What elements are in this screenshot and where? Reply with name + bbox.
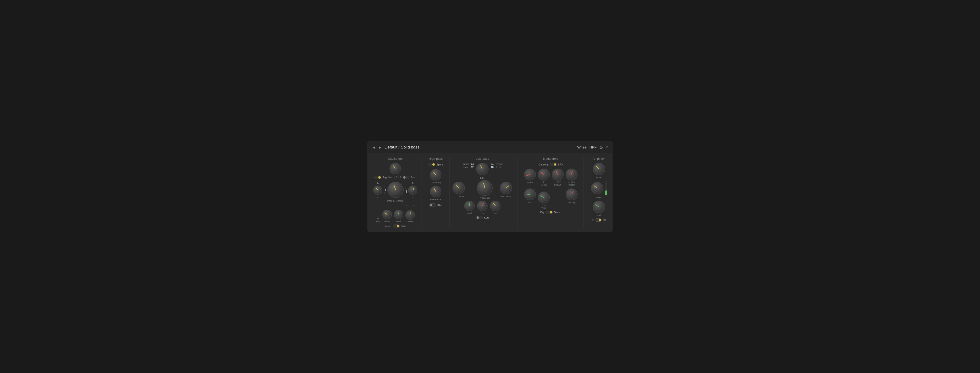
lp-env-container: Env (477, 201, 488, 214)
lp-drive-knob[interactable] (452, 182, 465, 194)
octave-knob[interactable] (405, 210, 415, 220)
rogue-val: 24 (491, 163, 493, 165)
phase-detune-knob[interactable] (387, 182, 404, 198)
highpass-title: High-pass (429, 157, 443, 160)
decay-knob[interactable] (538, 168, 550, 181)
app-window: ◀ ▶ Default / Solid bass Wheel: HPF ⊙ ≡ … (368, 141, 612, 232)
lp-osc2-container: Osc2 (490, 201, 501, 214)
hp-resonance-knob[interactable] (430, 186, 441, 197)
lp-osc2-knob[interactable] (490, 201, 501, 211)
ar-toggle[interactable] (595, 218, 601, 222)
lfo-label: LFO (558, 163, 563, 166)
hp-freq-container: Frequency (430, 169, 441, 184)
freq-label: Freq (528, 201, 532, 204)
env-label-sm: ENV (557, 181, 561, 183)
attack-label: Attack (527, 181, 533, 184)
phase-detune-label: Phase / Detune (387, 200, 404, 202)
spice-toggle[interactable] (428, 163, 435, 166)
sync-toggle[interactable] (402, 176, 409, 179)
primal-label[interactable]: Primal (462, 163, 468, 165)
hp-kbd-label: Kbd (438, 204, 442, 206)
title-right: Wheel: HPF ⊙ ≡ (578, 144, 608, 150)
amp-drive-knob[interactable] (593, 163, 605, 175)
brute-label[interactable]: Brute (463, 166, 469, 168)
amplifier-section: Amplifier Drive Level (586, 157, 608, 228)
rogue-label[interactable]: Rogue (496, 163, 503, 165)
lp-type-label: Type (480, 177, 485, 179)
amp-level-label: Level (596, 196, 601, 199)
ronin-label[interactable]: Ronin (496, 166, 502, 168)
highpass-section: High-pass Spice Frequency Resonance (424, 157, 444, 228)
kbd-toggle[interactable] (430, 203, 436, 207)
pitch-label: Pitch (401, 225, 406, 227)
primal-val: 24 (471, 163, 474, 165)
nav-next[interactable]: ▶ (378, 144, 383, 150)
nav-prev[interactable]: ◀ (372, 144, 376, 150)
menu-btn[interactable]: ≡ (606, 144, 608, 150)
velocity-knob[interactable] (566, 189, 578, 200)
osc1osc2-label: Osc1 / Osc2 (388, 176, 401, 179)
hp-resonance-label: Resonance (430, 198, 441, 201)
brute-val: 12 (471, 166, 474, 168)
lp-frequency-label: Frequency (480, 197, 490, 199)
ronin-val: 18 (491, 166, 493, 168)
osc1-wave-knob[interactable] (373, 186, 382, 195)
lp-mod-knob[interactable] (464, 201, 475, 211)
trig-label: Trig (383, 176, 387, 179)
velocity-container: Velocity (566, 189, 578, 204)
freq-container: Freq (524, 189, 536, 204)
hp-frequency-label: Frequency (431, 181, 441, 184)
r-label: R (592, 219, 593, 221)
hp-res-container: Resonance (430, 186, 441, 201)
modulators-title: Modulators (543, 157, 558, 160)
wheel-icon-btn[interactable]: ⊙ (599, 144, 603, 150)
sh-label: SH (542, 181, 545, 183)
trig-toggle[interactable] (374, 176, 381, 179)
attack-container: Attack (524, 168, 536, 186)
wheel-label: Wheel: HPF (578, 145, 597, 149)
amp-mod-container: Mod (593, 201, 605, 216)
gate-trig-toggle[interactable] (550, 163, 557, 166)
type-knob[interactable] (538, 192, 550, 203)
title-bar: ◀ ▶ Default / Solid bass Wheel: HPF ⊙ ≡ (368, 141, 612, 153)
level-fill (605, 190, 607, 195)
osc1-knob[interactable] (390, 163, 401, 174)
amp-level-knob[interactable] (591, 182, 603, 194)
release-knob[interactable] (566, 168, 578, 181)
preset-name: Default / Solid bass (385, 145, 419, 150)
modulators-section: Modulators Gate+trig LFO Attack (517, 157, 581, 228)
vco-label-sm: VCO (571, 181, 575, 183)
gate-trig-label: Gate+trig (539, 163, 549, 166)
amp-mod-knob[interactable] (593, 201, 605, 213)
key-toggle[interactable] (546, 211, 553, 214)
lp-osc2-label: Osc2 (493, 212, 498, 214)
osc-mod-knob-container: Mod (394, 210, 403, 222)
attack-knob[interactable] (524, 168, 536, 181)
octave-label: Octave (407, 220, 414, 222)
synth-body: Oscillators Trig Osc1 / Osc2 Sync (368, 153, 612, 232)
lp-env-knob[interactable] (477, 201, 488, 211)
lp-freq-container: Frequency (472, 180, 497, 199)
lp-resonance-knob[interactable] (500, 182, 512, 194)
key-label: Key (540, 211, 544, 214)
amp-mod-label: Mod (597, 214, 601, 216)
divider-4 (584, 157, 584, 228)
freq-knob[interactable] (524, 189, 536, 200)
osc-mod-knob[interactable] (394, 210, 403, 219)
auto-dot[interactable] (377, 217, 379, 219)
glide-knob[interactable] (382, 210, 392, 219)
release-label: Release (568, 184, 576, 186)
wave1-toggle[interactable] (393, 224, 399, 228)
lp-kbd-toggle[interactable] (476, 216, 483, 219)
lp-type-knob[interactable] (476, 163, 488, 175)
sustain-label: Sustain (554, 184, 561, 186)
osc2-wave-knob[interactable] (408, 186, 417, 195)
sustain-knob[interactable] (552, 168, 564, 181)
tempo-label: Tempo (554, 211, 561, 214)
lp-frequency-knob[interactable] (477, 180, 493, 196)
lp-mod-label: Mod (467, 212, 472, 214)
hp-frequency-knob[interactable] (430, 169, 441, 181)
type-label: Type (541, 207, 546, 209)
lp-drive-container: Drive (452, 182, 471, 197)
oscillators-title: Oscillators (388, 157, 403, 160)
